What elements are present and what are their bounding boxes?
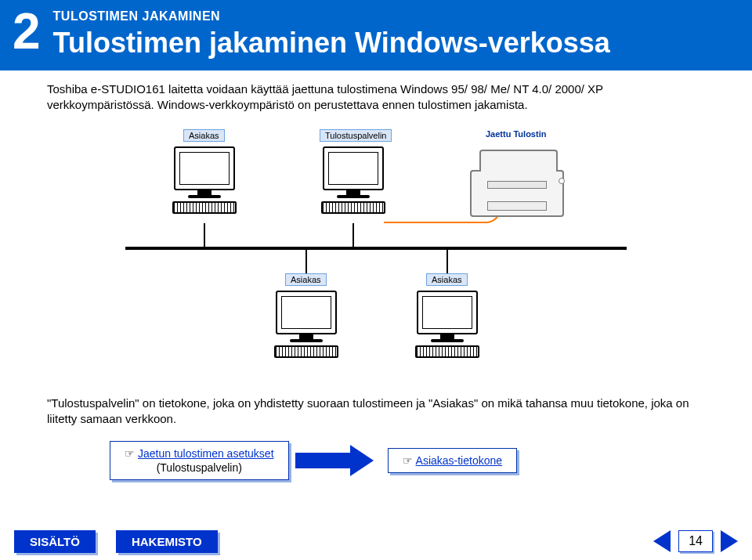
intro-paragraph: Toshiba e-STUDIO161 laitetta voidaan käy… bbox=[0, 70, 752, 114]
label-client: Asiakas bbox=[285, 273, 327, 286]
index-button[interactable]: HAKEMISTO bbox=[116, 530, 218, 553]
label-client: Asiakas bbox=[426, 273, 468, 286]
link-subtext: (Tulostuspalvelin) bbox=[157, 461, 242, 474]
footer-nav: SISÄLTÖ HAKEMISTO 14 bbox=[0, 522, 752, 560]
link-row: ☞Jaetun tulostimen asetukset (Tulostuspa… bbox=[110, 441, 752, 480]
computer-icon bbox=[271, 291, 342, 364]
body-paragraph: "Tulostuspalvelin" on tietokone, joka on… bbox=[0, 388, 752, 428]
computer-icon bbox=[412, 291, 483, 364]
prev-page-button[interactable] bbox=[653, 530, 671, 552]
printer-icon bbox=[470, 146, 564, 217]
drop-line bbox=[352, 223, 354, 247]
chapter-number: 2 bbox=[13, 6, 41, 56]
link-text: Asiakas-tietokone bbox=[416, 454, 503, 467]
label-shared-printer: Jaettu Tulostin bbox=[486, 129, 546, 139]
page-title: Tulostimen jakaminen Windows-verkossa bbox=[53, 27, 610, 60]
link-box-print-server-settings[interactable]: ☞Jaetun tulostimen asetukset (Tulostuspa… bbox=[110, 441, 289, 480]
computer-icon bbox=[318, 146, 389, 220]
document-header: 2 TULOSTIMEN JAKAMINEN Tulostimen jakami… bbox=[0, 0, 752, 70]
label-client: Asiakas bbox=[183, 129, 225, 142]
arrow-right-icon bbox=[295, 445, 381, 476]
chapter-label: TULOSTIMEN JAKAMINEN bbox=[53, 9, 610, 23]
label-print-server: Tulostuspalvelin bbox=[320, 129, 392, 142]
header-titles: TULOSTIMEN JAKAMINEN Tulostimen jakamine… bbox=[53, 6, 610, 60]
network-backbone bbox=[125, 247, 627, 250]
network-diagram: Asiakas Tulostuspalvelin Jaettu Tulostin… bbox=[102, 129, 650, 388]
link-text: Jaetun tulostimen asetukset bbox=[138, 447, 274, 460]
drop-line bbox=[306, 250, 307, 273]
pointing-hand-icon: ☞ bbox=[125, 447, 135, 460]
drop-line bbox=[204, 223, 205, 247]
pointing-hand-icon: ☞ bbox=[403, 454, 413, 467]
next-page-button[interactable] bbox=[721, 530, 738, 552]
page-number: 14 bbox=[678, 530, 713, 552]
contents-button[interactable]: SISÄLTÖ bbox=[14, 530, 96, 553]
computer-icon bbox=[169, 146, 240, 220]
link-box-client-computer[interactable]: ☞Asiakas-tietokone bbox=[388, 448, 518, 473]
drop-line bbox=[446, 250, 448, 273]
